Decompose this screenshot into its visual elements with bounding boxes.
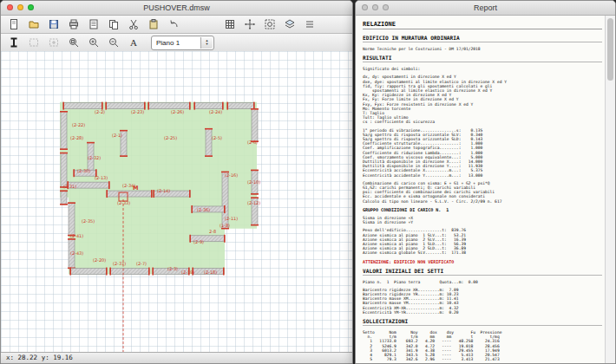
wall-label: (2-3) (167, 266, 178, 271)
wall-end-marker (189, 102, 191, 110)
wall-hatch (61, 153, 67, 187)
report-scrollbar[interactable] (605, 16, 615, 363)
pan-icon (244, 18, 256, 30)
zoom-window-button[interactable] (64, 36, 83, 50)
svg-text:A: A (130, 37, 137, 48)
wall-end-marker (221, 228, 229, 230)
wall-end-marker (144, 102, 146, 110)
wall-label: (2-11) (225, 216, 238, 221)
zoom-in-button[interactable] (84, 36, 103, 50)
layers-button[interactable] (280, 17, 299, 32)
copy-button[interactable] (104, 17, 123, 32)
report-line: RELAZIONE (363, 21, 602, 29)
wall-end-marker (205, 128, 213, 130)
wall-label: 2-8 (209, 229, 216, 234)
wall-label: (2-14) (157, 188, 170, 193)
wall-end-marker (224, 235, 226, 243)
section-tool-button[interactable] (4, 36, 23, 50)
cad-titlebar[interactable]: PUSHOVER.dmsw (1, 1, 352, 16)
wall-hatch (194, 103, 223, 109)
wall-end-marker (189, 235, 191, 243)
wall-end-marker (251, 197, 259, 198)
close-icon[interactable] (362, 4, 368, 10)
wall-hatch (106, 103, 145, 109)
report-line: 5 79.3 342.6 2.96 ---- 3.413 21.473 (363, 357, 602, 361)
drawing-canvas[interactable]: (2-2)(2-23)(2-26)(2-24)(2-22)(2-28)(2-1)… (1, 51, 352, 352)
wall-label: (2-30) (77, 168, 90, 173)
page-preview-button[interactable] (84, 17, 103, 32)
wall-end-marker (153, 190, 154, 198)
minimize-icon[interactable] (17, 4, 23, 10)
wall-end-marker (106, 190, 108, 198)
cursor-coordinates: x: 28.22 y: 19.16 (6, 354, 73, 361)
zoom-extents-button[interactable] (260, 17, 279, 32)
minimize-icon[interactable] (372, 4, 378, 10)
report-body: RELAZIONE EDIFICIO IN MURATURA ORDINARIA… (356, 16, 606, 363)
grid-button[interactable] (220, 17, 239, 32)
main-toolbar (1, 16, 352, 34)
text-tool-button[interactable]: A (124, 36, 143, 50)
cut-button[interactable] (124, 17, 143, 32)
wall-end-marker (68, 238, 75, 240)
wall-label: (2-35) (82, 218, 95, 224)
page-preview-icon (88, 18, 100, 30)
wall-label: (2-19) (181, 270, 194, 275)
wall-end-marker (60, 148, 68, 150)
layers-icon (284, 18, 296, 30)
wall-label: (2-1) (112, 133, 122, 138)
open-folder-button[interactable] (24, 17, 43, 32)
select-window-button[interactable] (24, 36, 43, 50)
report-titlebar[interactable]: Report (356, 1, 615, 16)
wall-hatch (227, 103, 254, 109)
wall-label: (2-6) (247, 140, 258, 145)
main-toolbar-right (220, 17, 319, 32)
wall-end-marker (60, 111, 68, 113)
floor-stepper[interactable]: ▲▼ (200, 37, 213, 49)
wall-label: (2-23) (131, 109, 144, 114)
save-button[interactable] (44, 17, 63, 32)
wall-hatch (63, 103, 102, 109)
wall-end-marker (222, 102, 224, 110)
wall-end-marker (108, 181, 110, 189)
wall-end-marker (251, 170, 259, 172)
wall-end-marker (191, 205, 193, 213)
pan-button[interactable] (240, 17, 259, 32)
wall-end-marker (147, 102, 149, 110)
wall-label: (2-10) (247, 179, 260, 185)
wall-end-marker (106, 268, 108, 276)
wall-label: (2-24) (209, 109, 222, 114)
wall-end-marker (148, 268, 150, 276)
new-file-button[interactable] (4, 17, 23, 32)
wall-end-marker (60, 190, 68, 192)
wall-hatch (61, 191, 67, 205)
section-tool-icon (8, 36, 20, 49)
wall-end-marker (60, 204, 68, 205)
select-cross-button[interactable] (44, 36, 63, 50)
wall-end-marker (251, 108, 259, 110)
settings-button[interactable] (300, 17, 319, 32)
undo-button[interactable] (164, 17, 183, 32)
paste-button[interactable] (144, 17, 163, 32)
zoom-window-icon[interactable] (383, 4, 389, 10)
zoom-out-icon (108, 36, 120, 49)
grid-icon (224, 18, 236, 30)
wall-label: (2-22) (72, 123, 85, 128)
wall-end-marker (60, 153, 68, 154)
wall-label: (2-2) (95, 109, 105, 114)
wall-end-marker (226, 102, 228, 110)
zoom-window-icon (68, 36, 80, 49)
zoom-out-button[interactable] (104, 36, 123, 50)
floor-selector[interactable]: Piano 1 ▲▼ (151, 36, 214, 50)
zoom-window-icon[interactable] (28, 4, 34, 10)
close-icon[interactable] (7, 4, 13, 10)
print-button[interactable] (64, 17, 83, 32)
zoom-extents-icon (264, 18, 276, 30)
stepper-down-icon[interactable]: ▼ (206, 42, 209, 46)
wall-end-marker (73, 169, 75, 177)
report-scrollbar-thumb[interactable] (607, 18, 613, 81)
wall-hatch (206, 128, 212, 156)
traffic-lights (7, 4, 34, 10)
tools-toolbar: A Piano 1 ▲▼ (1, 34, 352, 52)
wall-label: (2-7) (136, 261, 147, 266)
tools-toolbar-icons: A (4, 36, 143, 50)
